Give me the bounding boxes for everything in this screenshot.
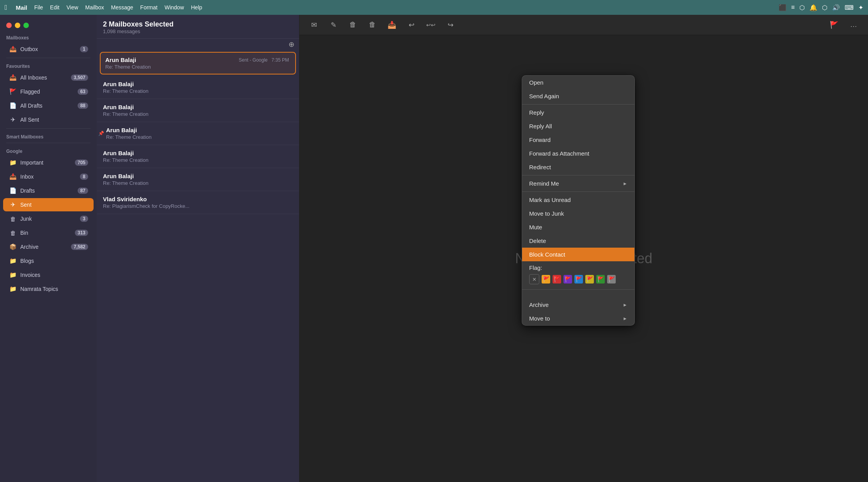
screen-icon[interactable]: ⬛ [779, 4, 787, 11]
menu-message[interactable]: Message [111, 4, 133, 11]
sidebar-item-blogs[interactable]: 📁 Blogs [3, 254, 94, 268]
message-item-0[interactable]: Arun Balaji Sent - Google 7:35 PM Re: Th… [100, 52, 296, 74]
ctx-copy-to[interactable]: Move to ► [522, 312, 634, 325]
all-inboxes-badge: 3,507 [71, 74, 88, 81]
flag-green[interactable]: 🚩 [596, 275, 605, 284]
ctx-move-to[interactable]: Archive ► [522, 298, 634, 312]
flag-blue[interactable]: 🚩 [574, 275, 583, 284]
ctx-flags: ✕ 🚩 🚩 🚩 🚩 🚩 🚩 🚩 [529, 274, 627, 284]
ctx-mark-unread[interactable]: Mark as Unread [522, 193, 634, 207]
ctx-block-contact[interactable]: Block Contact [522, 248, 634, 261]
message-item-1[interactable]: Arun Balaji Re: Theme Creation [97, 76, 299, 99]
bin-label: Bin [20, 230, 75, 236]
flag-red[interactable]: 🚩 [553, 275, 561, 284]
bin-icon: 🗑 [9, 229, 17, 237]
ctx-send-again[interactable]: Send Again [522, 89, 634, 103]
sidebar-item-all-drafts[interactable]: 📄 All Drafts 88 [3, 99, 94, 112]
menu-file[interactable]: File [34, 4, 43, 11]
compose-button[interactable]: ✎ [327, 18, 340, 32]
sidebar-item-namrata[interactable]: 📁 Namrata Topics [3, 282, 94, 296]
sidebar-item-archive[interactable]: 📦 Archive 7,582 [3, 240, 94, 253]
ctx-redirect[interactable]: Redirect [522, 160, 634, 174]
sidebar-item-outbox[interactable]: 📤 Outbox 1 [3, 43, 94, 56]
sidebar-item-flagged[interactable]: 🚩 Flagged 63 [3, 85, 94, 98]
outbox-label: Outbox [20, 46, 80, 52]
flag-yellow[interactable]: 🚩 [585, 275, 594, 284]
sidebar-item-inbox[interactable]: 📥 Inbox 8 [3, 170, 94, 183]
message-list-subtitle: 1,098 messages [103, 28, 293, 34]
ctx-sep-4 [522, 289, 634, 290]
archive-toolbar-button[interactable]: 🗑 [346, 18, 360, 32]
sidebar-item-all-inboxes[interactable]: 📥 All Inboxes 3,507 [3, 71, 94, 84]
ctx-reply-all[interactable]: Reply All [522, 119, 634, 133]
message-subject-1: Re: Theme Creation [103, 88, 293, 94]
menu-mailbox[interactable]: Mailbox [85, 4, 104, 11]
all-inboxes-icon: 📥 [9, 73, 17, 82]
ctx-archive[interactable] [522, 291, 634, 298]
new-message-button[interactable]: ✉ [307, 18, 321, 32]
menu-edit[interactable]: Edit [50, 4, 59, 11]
airplay-icon[interactable]: ⬡ [799, 4, 805, 11]
sidebar-item-junk[interactable]: 🗑 Junk 3 [3, 212, 94, 225]
ctx-delete-label: Delete [529, 237, 546, 244]
list-icon[interactable]: ≡ [791, 4, 795, 11]
flag-purple[interactable]: 🚩 [563, 275, 572, 284]
volume-icon[interactable]: 🔊 [832, 4, 840, 11]
ctx-mark-unread-label: Mark as Unread [529, 197, 571, 203]
ctx-open[interactable]: Open [522, 76, 634, 89]
flag-gray[interactable]: 🚩 [607, 275, 616, 284]
ctx-forward-attachment[interactable]: Forward as Attachment [522, 147, 634, 160]
message-item-3[interactable]: 📌 Arun Balaji Re: Theme Creation [97, 122, 299, 145]
minimize-button[interactable] [15, 23, 20, 28]
junk-label: Junk [20, 216, 80, 222]
flag-clear-button[interactable]: ✕ [529, 274, 539, 284]
apple-menu[interactable]:  [5, 4, 7, 12]
sidebar-item-bin[interactable]: 🗑 Bin 313 [3, 226, 94, 239]
message-list: 2 Mailboxes Selected 1,098 messages ⊕ Ar… [97, 15, 299, 482]
important-badge: 705 [75, 159, 88, 166]
more-toolbar-button[interactable]: … [847, 18, 860, 32]
wallet-icon[interactable]: ⬡ [822, 4, 827, 11]
drafts-label: Drafts [20, 188, 78, 194]
ctx-forward[interactable]: Forward [522, 133, 634, 147]
sidebar-item-important[interactable]: 📁 Important 705 [3, 156, 94, 169]
sidebar-item-all-sent[interactable]: ✈ All Sent [3, 113, 94, 126]
message-item-5[interactable]: Arun Balaji Re: Theme Creation [97, 168, 299, 191]
bluetooth-icon[interactable]: ✦ [858, 4, 863, 11]
message-item-4[interactable]: Arun Balaji Re: Theme Creation [97, 145, 299, 168]
notification-icon[interactable]: 🔔 [810, 4, 817, 11]
sent-icon: ✈ [9, 200, 17, 209]
ctx-delete[interactable]: Delete [522, 234, 634, 248]
sidebar-item-invoices[interactable]: 📁 Invoices [3, 268, 94, 282]
forward-toolbar-button[interactable]: ↪ [444, 18, 457, 32]
sidebar-item-sent[interactable]: ✈ Sent [3, 198, 94, 211]
ctx-move-junk[interactable]: Move to Junk [522, 207, 634, 220]
content-area: ✉ ✎ 🗑 🗑 📥 ↩ ↩↩ ↪ 🚩 … No Message Selected… [299, 15, 868, 482]
flag-toolbar-button[interactable]: 🚩 [827, 18, 841, 32]
delete-toolbar-button[interactable]: 🗑 [366, 18, 379, 32]
ctx-mute[interactable]: Mute [522, 220, 634, 234]
menu-view[interactable]: View [66, 4, 78, 11]
remind-me-arrow: ► [623, 181, 627, 186]
flag-orange[interactable]: 🚩 [542, 275, 550, 284]
message-item-2[interactable]: Arun Balaji Re: Theme Creation [97, 99, 299, 122]
close-button[interactable] [6, 23, 12, 28]
ctx-reply[interactable]: Reply [522, 106, 634, 119]
app-name[interactable]: Mail [16, 4, 27, 11]
reply-toolbar-button[interactable]: ↩ [405, 18, 418, 32]
menu-window[interactable]: Window [165, 4, 184, 11]
message-item-6[interactable]: Vlad Sviridenko Re: PlagiarismCheck for … [97, 191, 299, 214]
keyboard-icon[interactable]: ⌨ [845, 4, 854, 11]
reply-all-toolbar-button[interactable]: ↩↩ [424, 18, 438, 32]
ctx-forward-label: Forward [529, 136, 551, 143]
menu-format[interactable]: Format [140, 4, 158, 11]
move-to-junk-toolbar-button[interactable]: 📥 [385, 18, 399, 32]
maximize-button[interactable] [23, 23, 29, 28]
invoices-icon: 📁 [9, 271, 17, 279]
sidebar-item-drafts[interactable]: 📄 Drafts 87 [3, 184, 94, 197]
all-sent-icon: ✈ [9, 115, 17, 124]
filter-icon[interactable]: ⊕ [289, 40, 294, 49]
ctx-remind-me[interactable]: Remind Me ► [522, 177, 634, 190]
blogs-label: Blogs [20, 258, 88, 264]
menu-help[interactable]: Help [191, 4, 202, 11]
